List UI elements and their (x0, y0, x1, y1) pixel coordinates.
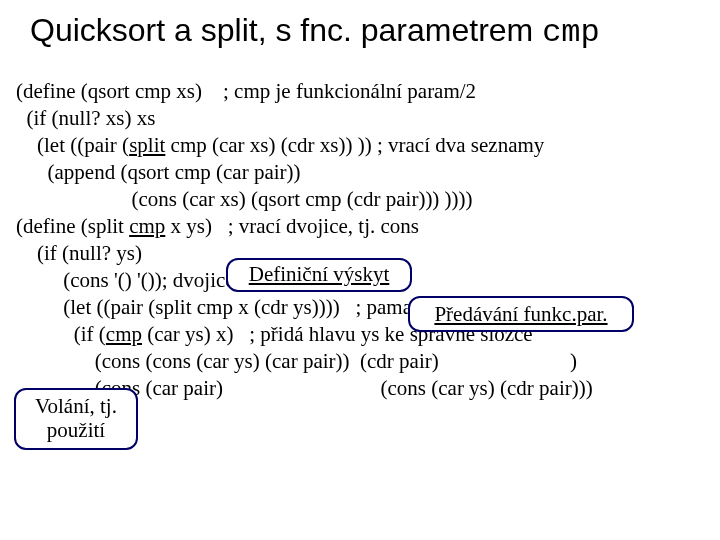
line-6a: (define (split (16, 214, 129, 238)
line-11: (cons (cons (car ys) (car pair)) (cdr pa… (16, 349, 577, 373)
line-4: (append (qsort cmp (car pair)) (16, 160, 301, 184)
line-7: (if (null? ys) (16, 241, 142, 265)
title-mono: cmp (542, 14, 600, 51)
line-3a: (let ((pair ( (16, 133, 129, 157)
line-3-split: split (129, 133, 165, 157)
slide-title: Quicksort a split, s fnc. parametrem cmp (30, 12, 700, 51)
callout-use-text: použití (47, 418, 105, 442)
callout-passing: Předávání funkc.par. (408, 296, 634, 332)
callout-definition-text: Definiční výskyt (249, 262, 390, 286)
line-6-cmp: cmp (129, 214, 165, 238)
slide: Quicksort a split, s fnc. parametrem cmp… (0, 0, 720, 540)
line-3b: cmp (car xs) (cdr xs)) )) ; vrací dva se… (165, 133, 544, 157)
callout-call-text: Volání, tj. (35, 394, 117, 418)
line-1: (define (qsort cmp xs) ; cmp je funkcion… (16, 79, 476, 103)
line-2: (if (null? xs) xs (16, 106, 155, 130)
code-block: (define (qsort cmp xs) ; cmp je funkcion… (16, 78, 708, 429)
line-5: (cons (car xs) (qsort cmp (cdr pair))) )… (16, 187, 473, 211)
callout-definition: Definiční výskyt (226, 258, 412, 292)
line-6b: x ys) ; vrací dvojice, tj. cons (165, 214, 419, 238)
callout-call-use: Volání, tj. použití (14, 388, 138, 450)
title-text: Quicksort a split, s fnc. parametrem (30, 12, 542, 48)
line-10a: (if ( (16, 322, 106, 346)
callout-passing-text: Předávání funkc.par. (434, 302, 607, 326)
line-10-cmp: cmp (106, 322, 142, 346)
